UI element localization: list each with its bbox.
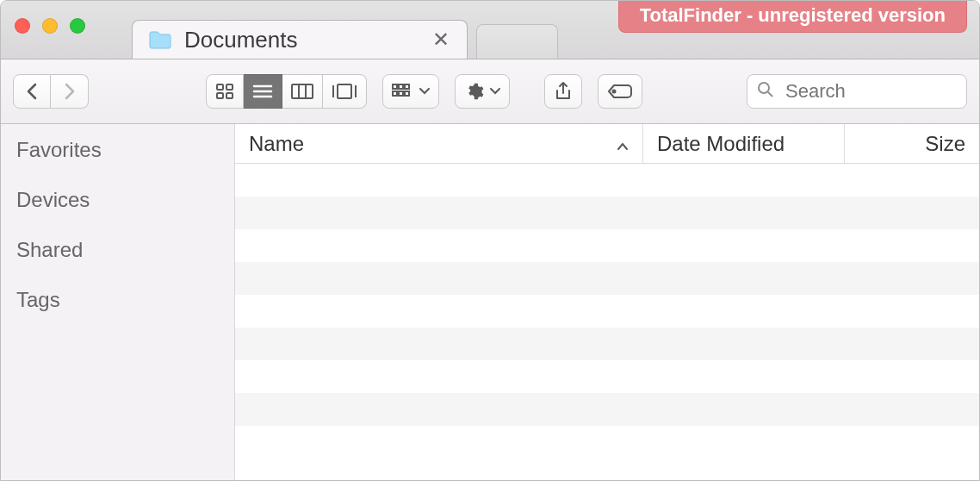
column-label: Size	[925, 132, 965, 156]
svg-rect-1	[226, 84, 233, 90]
svg-rect-0	[217, 84, 223, 90]
column-header-size[interactable]: Size	[845, 124, 979, 163]
toolbar	[1, 59, 979, 124]
sidebar-heading-favorites[interactable]: Favorites	[16, 138, 234, 162]
column-label: Date Modified	[657, 132, 785, 156]
unregistered-banner: TotalFinder - unregistered version	[618, 1, 967, 33]
svg-rect-7	[292, 84, 313, 98]
svg-rect-16	[393, 91, 397, 96]
tab-label: Documents	[184, 27, 417, 53]
chevron-down-icon	[490, 88, 500, 95]
column-label: Name	[249, 132, 304, 156]
view-mode-buttons	[206, 74, 367, 109]
table-row	[235, 426, 979, 459]
window-minimize-button[interactable]	[42, 18, 58, 34]
svg-rect-18	[405, 91, 409, 96]
table-row	[235, 164, 979, 197]
svg-line-21	[768, 92, 772, 97]
search-input[interactable]	[747, 74, 967, 109]
column-header-date[interactable]: Date Modified	[643, 124, 845, 163]
table-row	[235, 229, 979, 262]
view-columns-button[interactable]	[282, 74, 323, 109]
sidebar-heading-shared[interactable]: Shared	[16, 238, 234, 262]
svg-rect-17	[399, 91, 403, 96]
svg-rect-14	[399, 84, 403, 89]
svg-rect-15	[405, 84, 409, 89]
window-zoom-button[interactable]	[70, 18, 85, 34]
svg-rect-3	[226, 93, 233, 98]
back-button[interactable]	[13, 74, 51, 109]
table-row	[235, 328, 979, 360]
action-button[interactable]	[455, 74, 510, 109]
view-icons-button[interactable]	[206, 74, 244, 109]
tags-button[interactable]	[598, 74, 642, 109]
sidebar-heading-devices[interactable]: Devices	[16, 188, 234, 212]
svg-rect-2	[217, 93, 223, 98]
view-list-button[interactable]	[244, 74, 282, 109]
tab-documents[interactable]: Documents ✕	[132, 20, 468, 59]
table-row	[235, 262, 979, 295]
folder-icon	[148, 29, 172, 50]
svg-point-19	[613, 91, 616, 93]
view-coverflow-button[interactable]	[323, 74, 367, 109]
table-row	[235, 360, 979, 393]
sort-ascending-icon	[617, 132, 629, 156]
file-list: Name Date Modified Size	[235, 124, 979, 480]
search-icon	[757, 81, 774, 102]
search-field-wrap	[747, 74, 967, 109]
share-button[interactable]	[544, 74, 582, 109]
table-row	[235, 295, 979, 328]
titlebar: Documents ✕ TotalFinder - unregistered v…	[1, 1, 979, 59]
column-headers: Name Date Modified Size	[235, 124, 979, 164]
window-close-button[interactable]	[15, 18, 30, 34]
sidebar-heading-tags[interactable]: Tags	[16, 288, 234, 312]
new-tab-button[interactable]	[476, 24, 558, 59]
svg-rect-13	[393, 84, 397, 89]
table-row	[235, 197, 979, 229]
traffic-lights	[15, 18, 85, 34]
column-header-name[interactable]: Name	[235, 124, 643, 163]
nav-buttons	[13, 74, 89, 109]
main-area: Favorites Devices Shared Tags Name Date …	[1, 124, 979, 480]
tab-bar: Documents ✕	[132, 20, 558, 59]
sidebar: Favorites Devices Shared Tags	[1, 124, 235, 480]
table-row	[235, 393, 979, 426]
forward-button[interactable]	[51, 74, 89, 109]
svg-point-20	[759, 83, 769, 93]
rows-area	[235, 164, 979, 480]
chevron-down-icon	[419, 88, 430, 95]
svg-rect-11	[338, 84, 351, 98]
finder-window: Documents ✕ TotalFinder - unregistered v…	[0, 0, 980, 481]
arrange-button[interactable]	[382, 74, 439, 109]
tab-close-button[interactable]: ✕	[429, 28, 453, 52]
